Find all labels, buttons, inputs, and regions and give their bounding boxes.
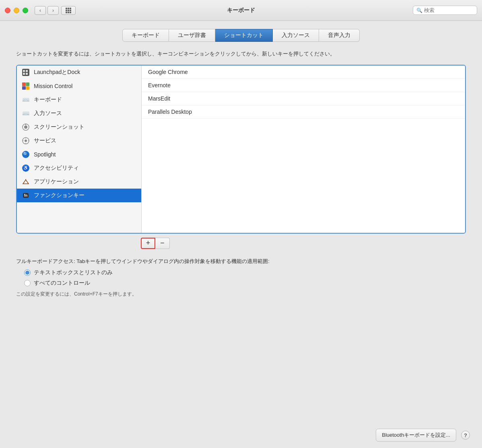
sidebar-item-keyboard[interactable]: ⌨️ キーボード xyxy=(17,93,141,107)
add-button[interactable]: + xyxy=(141,238,155,249)
svg-point-18 xyxy=(25,179,26,180)
sidebar-label-keyboard: キーボード xyxy=(34,96,62,103)
bluetooth-button[interactable]: Bluetoothキーボードを設定... xyxy=(376,429,456,442)
sidebar-item-services[interactable]: サービス xyxy=(17,134,141,148)
search-input[interactable] xyxy=(424,7,474,13)
back-button[interactable]: ‹ xyxy=(35,6,46,15)
accessibility-icon: ♿ xyxy=(22,164,30,172)
remove-button[interactable]: − xyxy=(155,238,170,249)
apps-icon xyxy=(22,178,30,186)
svg-rect-7 xyxy=(22,86,26,90)
fn-icon: fn xyxy=(22,191,30,199)
svg-point-10 xyxy=(24,125,27,129)
sidebar-item-launchpad[interactable]: LaunchpadとDock xyxy=(17,66,141,79)
sidebar-label-mission: Mission Control xyxy=(34,83,72,89)
svg-rect-6 xyxy=(26,82,30,86)
svg-rect-8 xyxy=(26,86,30,90)
search-box[interactable]: 🔍 xyxy=(413,6,477,15)
tab-voice-input[interactable]: 音声入力 xyxy=(319,29,360,42)
right-item-chrome[interactable]: Google Chrome xyxy=(142,66,465,79)
sidebar-label-accessibility: アクセシビリティ xyxy=(34,164,79,172)
spotlight-icon: 🔍 xyxy=(22,150,30,158)
svg-rect-14 xyxy=(26,138,26,139)
close-button[interactable] xyxy=(5,8,10,13)
input-icon: ⌨️ xyxy=(22,109,30,117)
svg-rect-11 xyxy=(25,124,26,125)
svg-rect-4 xyxy=(26,73,28,75)
search-icon: 🔍 xyxy=(416,8,422,13)
grid-icon xyxy=(66,8,71,13)
sidebar-label-screenshot: スクリーンショット xyxy=(34,123,84,131)
right-item-evernote[interactable]: Evernote xyxy=(142,79,465,92)
keyboard-icon: ⌨️ xyxy=(22,96,30,104)
description-text: ショートカットを変更するには、ショートカットを選択し、キーコンビネーションをクリ… xyxy=(16,50,466,58)
svg-rect-3 xyxy=(23,73,25,75)
services-icon xyxy=(22,137,30,145)
svg-point-13 xyxy=(25,140,27,142)
radio-label-textbox: テキストボックスとリストのみ xyxy=(34,269,113,276)
sidebar-label-apps: アプリケーション xyxy=(34,178,79,185)
svg-rect-0 xyxy=(22,69,29,76)
radio-unchecked-icon xyxy=(24,280,31,286)
tab-user-dict[interactable]: ユーザ辞書 xyxy=(169,29,215,42)
svg-rect-16 xyxy=(23,140,24,141)
shortcut-panel: LaunchpadとDock Mission Control ⌨️ キーボード xyxy=(16,65,466,234)
titlebar: ‹ › キーボード 🔍 xyxy=(0,0,482,21)
radio-all-controls[interactable]: すべてのコントロール xyxy=(24,279,466,287)
tab-keyboard[interactable]: キーボード xyxy=(122,29,169,42)
svg-rect-1 xyxy=(23,70,25,72)
sidebar-item-apps[interactable]: アプリケーション xyxy=(17,175,141,189)
bottom-bar: Bluetoothキーボードを設定... ? xyxy=(0,422,482,448)
sidebar-label-spotlight: Spotlight xyxy=(34,151,56,158)
svg-rect-15 xyxy=(26,143,26,144)
window-title: キーボード xyxy=(227,7,255,14)
sidebar-item-mission[interactable]: Mission Control xyxy=(17,79,141,93)
fka-label: フルキーボードアクセス: Tabキーを押してウインドウやダイアログ内の操作対象を… xyxy=(16,258,466,265)
radio-group: テキストボックスとリストのみ すべてのコントロール xyxy=(24,269,466,287)
minimize-button[interactable] xyxy=(14,8,19,13)
tab-shortcuts[interactable]: ショートカット xyxy=(215,29,273,42)
fka-hint: この設定を変更するには、Control+F7キーを押します。 xyxy=(16,291,466,298)
sidebar-item-accessibility[interactable]: ♿ アクセシビリティ xyxy=(17,161,141,175)
launchpad-icon xyxy=(22,68,30,76)
tabs: キーボード ユーザ辞書 ショートカット 入力ソース 音声入力 xyxy=(16,29,466,42)
right-item-marsedit[interactable]: MarsEdit xyxy=(142,92,465,105)
screenshot-icon xyxy=(22,123,30,131)
radio-checked-icon xyxy=(24,269,31,276)
forward-button[interactable]: › xyxy=(47,6,59,15)
right-panel: Google Chrome Evernote MarsEdit Parallel… xyxy=(142,66,465,233)
traffic-lights xyxy=(5,8,28,13)
sidebar: LaunchpadとDock Mission Control ⌨️ キーボード xyxy=(17,66,142,233)
radio-inner-dot xyxy=(25,271,29,275)
nav-buttons: ‹ › xyxy=(35,6,59,15)
radio-textbox-only[interactable]: テキストボックスとリストのみ xyxy=(24,269,466,276)
sidebar-item-input[interactable]: ⌨️ 入力ソース xyxy=(17,107,141,120)
sidebar-item-spotlight[interactable]: 🔍 Spotlight xyxy=(17,148,141,161)
sidebar-label-fn: ファンクションキー xyxy=(34,192,84,199)
maximize-button[interactable] xyxy=(23,8,28,13)
sidebar-label-input: 入力ソース xyxy=(34,110,62,117)
tab-input-source[interactable]: 入力ソース xyxy=(273,29,319,42)
sidebar-label-services: サービス xyxy=(34,137,56,144)
svg-rect-17 xyxy=(28,140,29,141)
action-buttons: + − xyxy=(16,238,466,249)
svg-rect-2 xyxy=(26,70,28,72)
main-content: キーボード ユーザ辞書 ショートカット 入力ソース 音声入力 ショートカットを変… xyxy=(0,21,482,422)
help-button[interactable]: ? xyxy=(461,431,470,440)
radio-label-all: すべてのコントロール xyxy=(34,279,90,287)
svg-rect-5 xyxy=(22,82,26,86)
grid-button[interactable] xyxy=(61,6,76,15)
sidebar-item-screenshot[interactable]: スクリーンショット xyxy=(17,120,141,134)
mission-icon xyxy=(22,82,30,90)
right-item-parallels[interactable]: Parallels Desktop xyxy=(142,105,465,119)
fka-section: フルキーボードアクセス: Tabキーを押してウインドウやダイアログ内の操作対象を… xyxy=(16,258,466,298)
sidebar-item-fn[interactable]: fn ファンクションキー xyxy=(17,189,141,202)
sidebar-label-launchpad: LaunchpadとDock xyxy=(34,69,80,76)
